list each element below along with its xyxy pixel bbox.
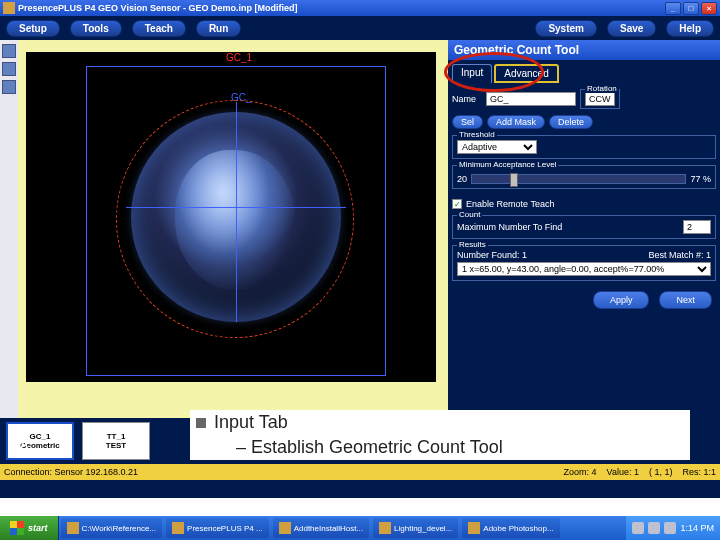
save-button[interactable]: Save <box>607 20 656 37</box>
tray-icon[interactable] <box>632 522 644 534</box>
tray-icon[interactable] <box>648 522 660 534</box>
taskbar-item[interactable]: Lighting_devel... <box>373 518 458 538</box>
threshold-legend: Threshold <box>457 130 497 139</box>
minimize-button[interactable]: _ <box>665 2 681 15</box>
status-res: Res: 1:1 <box>682 467 716 477</box>
results-list[interactable]: 1 x=65.00, y=43.00, angle=0.00, accept%=… <box>457 262 711 276</box>
rotation-field[interactable] <box>585 92 615 106</box>
tool-letter-a: A <box>20 438 29 452</box>
windows-taskbar: start C:\Work\Reference... PresencePLUS … <box>0 516 720 540</box>
sel-button[interactable]: Sel <box>452 115 483 129</box>
doc-icon <box>379 522 391 534</box>
teach-button[interactable]: Teach <box>132 20 186 37</box>
run-button[interactable]: Run <box>196 20 241 37</box>
system-tray: 1:14 PM <box>626 516 720 540</box>
results-found: Number Found: 1 <box>457 250 527 260</box>
close-button[interactable]: × <box>701 2 717 15</box>
results-best: Best Match #: 1 <box>648 250 711 260</box>
roi-label: GC_1 <box>226 52 252 63</box>
panel-header: Geometric Count Tool <box>448 40 720 60</box>
accept-legend: Minimum Acceptance Level <box>457 160 558 169</box>
left-sidebar <box>0 40 18 418</box>
taskbar-item[interactable]: PresencePLUS P4 ... <box>166 518 269 538</box>
setup-button[interactable]: Setup <box>6 20 60 37</box>
status-value: Value: 1 <box>607 467 639 477</box>
crosshair-vertical <box>236 102 237 322</box>
titlebar: PresencePLUS P4 GEO Vision Sensor - GEO … <box>0 0 720 16</box>
tab-bar: Input Advanced <box>452 64 716 83</box>
app-icon <box>3 2 15 14</box>
top-nav: Setup Tools Teach Run System Save Help <box>0 16 720 40</box>
threshold-group: Threshold Adaptive <box>452 135 716 159</box>
photoshop-icon <box>468 522 480 534</box>
status-connection: Connection: Sensor 192.168.0.21 <box>4 467 138 477</box>
remote-teach-checkbox[interactable]: ✓ <box>452 199 462 209</box>
apply-button[interactable]: Apply <box>593 291 650 309</box>
sidebar-tool-icon[interactable] <box>2 80 16 94</box>
sidebar-tool-icon[interactable] <box>2 62 16 76</box>
maximize-button[interactable]: □ <box>683 2 699 15</box>
taskbar-item[interactable]: Adobe Photoshop... <box>462 518 559 538</box>
system-button[interactable]: System <box>535 20 597 37</box>
remote-teach-label: Enable Remote Teach <box>466 199 554 209</box>
delete-button[interactable]: Delete <box>549 115 593 129</box>
tool-card-gc1[interactable]: GC_1 Geometric <box>6 422 74 460</box>
start-button[interactable]: start <box>0 516 59 540</box>
add-mask-button[interactable]: Add Mask <box>487 115 545 129</box>
windows-logo-icon <box>10 521 24 535</box>
accept-pct: 77 % <box>690 174 711 184</box>
results-legend: Results <box>457 240 488 249</box>
camera-viewport[interactable]: GC_1 GC_ <box>26 52 436 382</box>
properties-panel: Geometric Count Tool Input Advanced Name… <box>448 40 720 418</box>
taskbar-item[interactable]: AddtheInstallHost... <box>273 518 369 538</box>
tray-icon[interactable] <box>664 522 676 534</box>
accept-slider[interactable] <box>471 174 686 184</box>
image-panel: GC_1 GC_ <box>18 40 448 418</box>
tool-card-tt1[interactable]: TT_1 TEST <box>82 422 150 460</box>
tools-button[interactable]: Tools <box>70 20 122 37</box>
next-button[interactable]: Next <box>659 291 712 309</box>
clock: 1:14 PM <box>680 523 714 533</box>
tab-advanced[interactable]: Advanced <box>494 64 558 83</box>
count-legend: Count <box>457 210 482 219</box>
status-pos: ( 1, 1) <box>649 467 673 477</box>
count-spinner[interactable] <box>683 220 711 234</box>
sidebar-tool-icon[interactable] <box>2 44 16 58</box>
folder-icon <box>67 522 79 534</box>
results-group: Results Number Found: 1 Best Match #: 1 … <box>452 245 716 281</box>
status-zoom: Zoom: 4 <box>564 467 597 477</box>
threshold-select[interactable]: Adaptive <box>457 140 537 154</box>
rotation-legend: Rotation <box>585 84 619 93</box>
window-title: PresencePLUS P4 GEO Vision Sensor - GEO … <box>18 3 665 13</box>
app-icon <box>172 522 184 534</box>
help-button[interactable]: Help <box>666 20 714 37</box>
bullet-icon <box>196 418 206 428</box>
accept-value: 20 <box>457 174 467 184</box>
slide-annotation: Input Tab – Establish Geometric Count To… <box>190 410 690 460</box>
count-label: Maximum Number To Find <box>457 222 679 232</box>
tab-input[interactable]: Input <box>452 64 492 83</box>
taskbar-item[interactable]: C:\Work\Reference... <box>61 518 163 538</box>
status-bar: Connection: Sensor 192.168.0.21 Zoom: 4 … <box>0 464 720 480</box>
accept-group: Minimum Acceptance Level 20 77 % <box>452 165 716 189</box>
doc-icon <box>279 522 291 534</box>
name-label: Name <box>452 94 482 104</box>
annotation-sub: – Establish Geometric Count Tool <box>196 437 684 458</box>
count-group: Count Maximum Number To Find <box>452 215 716 239</box>
annotation-title: Input Tab <box>214 412 288 433</box>
name-field[interactable] <box>486 92 576 106</box>
